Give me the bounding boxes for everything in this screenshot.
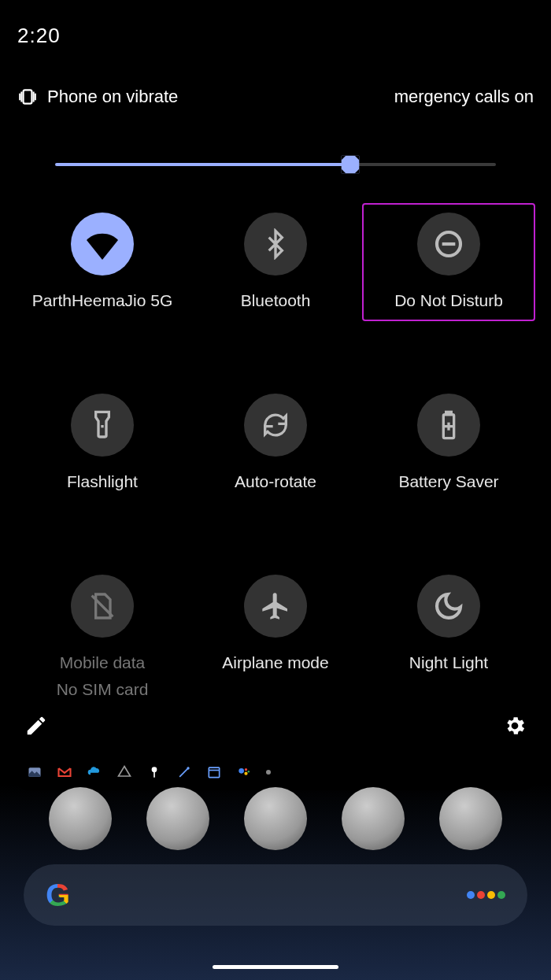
notification-bar[interactable]: [13, 754, 538, 790]
brightness-track-empty: [350, 163, 496, 166]
tile-airplane[interactable]: Airplane mode: [189, 565, 362, 709]
svg-rect-9: [446, 412, 452, 414]
edit-button[interactable]: [19, 708, 54, 743]
brightness-track-filled: [55, 163, 350, 166]
tile-sublabel: No SIM card: [57, 679, 149, 700]
tile-wifi[interactable]: ParthHeemaJio 5G: [16, 203, 189, 321]
google-search-bar[interactable]: G: [24, 864, 527, 926]
bluetooth-icon: [244, 213, 307, 276]
tile-mobiledata[interactable]: Mobile data No SIM card: [16, 565, 189, 709]
onedrive-icon: [87, 764, 102, 780]
svg-point-22: [244, 772, 247, 775]
svg-point-21: [245, 768, 247, 771]
status-clock: 2:20: [17, 24, 61, 48]
more-icon: [266, 770, 271, 775]
tile-autorotate[interactable]: Auto-rotate: [189, 384, 362, 502]
photos-icon: [27, 764, 43, 780]
svg-point-20: [239, 768, 244, 774]
pencil-icon: [24, 714, 48, 738]
airplane-icon: [244, 575, 307, 638]
assistant-button[interactable]: [467, 891, 505, 899]
tile-flashlight[interactable]: Flashlight: [16, 384, 189, 502]
dnd-icon: [417, 213, 480, 276]
svg-rect-0: [24, 90, 32, 103]
tile-label: Night Light: [409, 652, 488, 674]
battery-icon: [417, 394, 480, 457]
gesture-nav-handle[interactable]: [213, 965, 338, 969]
settings-button[interactable]: [497, 708, 532, 743]
calendar-icon: [206, 764, 222, 780]
vibrate-icon: [17, 87, 38, 107]
svg-point-17: [187, 767, 189, 769]
wifi-icon: [71, 213, 134, 276]
tile-bluetooth[interactable]: Bluetooth: [189, 203, 362, 321]
tile-dnd[interactable]: Do Not Disturb: [362, 203, 535, 321]
tile-label: Flashlight: [67, 471, 138, 493]
quick-settings-grid: ParthHeemaJio 5G Bluetooth Do Not Distur…: [0, 203, 551, 709]
tile-label: Auto-rotate: [235, 471, 316, 493]
key-icon: [146, 764, 162, 780]
home-app-icons: [0, 787, 551, 842]
tile-label: Do Not Disturb: [394, 290, 503, 312]
status-left: Phone on vibrate: [17, 87, 178, 107]
gmail-icon: [57, 764, 72, 780]
nosim-icon: [71, 575, 134, 638]
vibrate-label: Phone on vibrate: [47, 87, 178, 107]
wand-icon: [176, 764, 192, 780]
svg-rect-15: [153, 771, 155, 778]
svg-point-14: [152, 767, 157, 772]
gear-icon: [503, 714, 527, 738]
drive-icon: [116, 764, 132, 780]
status-row: Phone on vibrate mergency calls on: [17, 87, 534, 107]
tile-battery[interactable]: Battery Saver: [362, 384, 535, 502]
autorotate-icon: [244, 394, 307, 457]
google-logo-icon: G: [46, 878, 70, 913]
flashlight-icon: [71, 394, 134, 457]
moon-icon: [417, 575, 480, 638]
tile-label: ParthHeemaJio 5G: [32, 290, 173, 312]
svg-point-23: [248, 771, 250, 773]
tile-label: Airplane mode: [222, 652, 328, 674]
qs-footer: [19, 708, 532, 743]
tile-label: Battery Saver: [398, 471, 498, 493]
assistant-icon: [236, 764, 252, 780]
svg-rect-18: [209, 767, 219, 778]
tile-label: Mobile data: [60, 652, 146, 674]
emergency-label: mergency calls on: [394, 87, 534, 107]
brightness-slider[interactable]: [55, 153, 496, 176]
tile-label: Bluetooth: [241, 290, 311, 312]
tile-nightlight[interactable]: Night Light: [362, 565, 535, 709]
